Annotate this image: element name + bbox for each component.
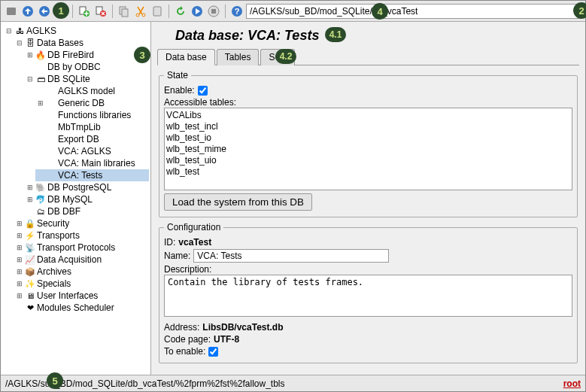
tree-db-mysql[interactable]: ⊞🐬DB MySQL [25, 193, 149, 205]
nav-tree: ⊟🖧AGLKS ⊟🗄Data Bases ⊞🔥DB FireBird DB by… [1, 22, 151, 375]
expand-icon[interactable]: ⊞ [26, 49, 34, 61]
tree-sqlite-child[interactable]: VCA: Tests [35, 169, 149, 181]
tree-sqlite-child[interactable]: Export DB [35, 133, 149, 145]
expand-icon[interactable]: ⊞ [37, 97, 44, 109]
table-row[interactable]: wlb_test_io [166, 132, 570, 144]
address-input[interactable] [246, 4, 582, 19]
refresh-icon[interactable] [173, 4, 188, 19]
table-row[interactable]: wlb_test_incl [166, 121, 570, 132]
svg-rect-12 [153, 7, 161, 16]
tree-db-sqlite[interactable]: ⊟🗃DB SQLite [25, 73, 149, 85]
toenable-checkbox[interactable] [208, 347, 218, 357]
stop-icon[interactable] [206, 4, 221, 19]
expand-icon[interactable]: ⊞ [16, 242, 23, 254]
expand-icon[interactable]: ⊞ [16, 266, 23, 278]
expand-icon[interactable]: ⊞ [16, 217, 23, 229]
name-input[interactable] [193, 249, 389, 263]
blank-icon [46, 158, 56, 169]
table-row[interactable]: wlb_test_mime [166, 144, 570, 155]
daq-icon: 📈 [25, 254, 35, 265]
tree-specials[interactable]: ⊞✨Specials [14, 278, 149, 290]
back-icon[interactable] [37, 4, 52, 19]
collapse-icon[interactable]: ⊟ [16, 37, 23, 49]
tree-label: VCA: Main libraries [58, 157, 135, 169]
expand-icon[interactable]: ⊞ [16, 278, 23, 290]
tree-db-firebird[interactable]: ⊞🔥DB FireBird [25, 49, 149, 61]
tree-label: Data Bases [37, 37, 83, 49]
description-textarea[interactable]: Contain the library of tests frames. [164, 275, 572, 317]
tree-label: Generic DB [58, 97, 105, 109]
tree-label: AGLKS [26, 25, 56, 37]
tree-user-interfaces[interactable]: ⊞🖥User Interfaces [14, 290, 149, 302]
expand-icon[interactable]: ⊞ [16, 229, 23, 242]
blank-icon [46, 134, 56, 144]
tree-sqlite-child[interactable]: AGLKS model [35, 85, 149, 97]
tree-label: Security [37, 217, 69, 229]
tree-sqlite-child[interactable]: ⊞Generic DB [35, 97, 149, 109]
status-user[interactable]: root [563, 378, 581, 389]
tree-sqlite-child[interactable]: MbTmpLib [35, 121, 149, 133]
tab-tables[interactable]: Tables [217, 49, 260, 65]
collapse-icon[interactable]: ⊟ [26, 73, 34, 85]
add-icon[interactable] [77, 4, 92, 19]
tree-databases[interactable]: ⊟🗄Data Bases [14, 37, 149, 49]
content-panel: Data base: VCA: Tests Data base Tables S… [151, 22, 585, 375]
tree-label: MbTmpLib [58, 121, 101, 133]
forward-icon[interactable] [53, 4, 68, 19]
cut-icon[interactable] [133, 4, 148, 19]
expand-icon[interactable]: ⊞ [26, 193, 34, 205]
svg-point-10 [136, 14, 139, 17]
tree-label: Archives [37, 266, 71, 278]
main-area: ⊟🖧AGLKS ⊟🗄Data Bases ⊞🔥DB FireBird DB by… [1, 22, 585, 375]
load-system-button[interactable]: Load the system from this DB [164, 193, 312, 211]
tree-sqlite-child[interactable]: Functions libraries [35, 109, 149, 121]
blank-icon [35, 62, 46, 72]
expand-icon[interactable]: ⊞ [16, 254, 23, 266]
expand-icon[interactable]: ⊞ [26, 181, 34, 193]
tab-database[interactable]: Data base [157, 49, 215, 65]
table-row[interactable]: wlb_test_uio [166, 155, 570, 166]
table-row[interactable]: VCALibs [166, 110, 570, 121]
station-icon: 🖧 [14, 26, 25, 36]
tree-db-odbc[interactable]: DB by ODBC [25, 61, 149, 73]
tree-db-postgresql[interactable]: ⊞🐘DB PostgreSQL [25, 181, 149, 193]
postgresql-icon: 🐘 [35, 182, 46, 193]
tree-transports[interactable]: ⊞⚡Transports [14, 229, 149, 242]
tree-label: DB by ODBC [47, 61, 101, 73]
expand-icon[interactable]: ⊞ [16, 290, 23, 302]
tab-bar: Data base Tables SQL [157, 48, 579, 65]
scheduler-icon: ❤ [25, 302, 35, 313]
tree-transport-protocols[interactable]: ⊞📡Transport Protocols [14, 242, 149, 254]
tree-security[interactable]: ⊞🔒Security [14, 217, 149, 229]
help-icon[interactable]: ? [229, 4, 244, 19]
tree-label: DB PostgreSQL [47, 181, 111, 193]
station-icon[interactable] [4, 4, 19, 19]
tables-listbox[interactable]: VCALibswlb_test_inclwlb_test_iowlb_test_… [164, 108, 572, 190]
id-value: vcaTest [178, 237, 211, 248]
tree-label: Functions libraries [58, 109, 131, 121]
config-fieldset: Configuration ID: vcaTest Name: Descript… [159, 222, 578, 363]
run-icon[interactable] [190, 4, 205, 19]
tree-archives[interactable]: ⊞📦Archives [14, 266, 149, 278]
up-icon[interactable] [20, 4, 35, 19]
enable-checkbox[interactable] [198, 86, 208, 96]
tree-modules-scheduler[interactable]: ❤Modules Scheduler [14, 302, 149, 314]
address-value: LibsDB/vcaTest.db [202, 322, 283, 333]
tree-data-acquisition[interactable]: ⊞📈Data Acquisition [14, 254, 149, 266]
tree-sqlite-child[interactable]: VCA: Main libraries [35, 157, 149, 169]
delete-icon[interactable] [93, 4, 108, 19]
tab-sql[interactable]: SQL [260, 49, 295, 65]
tree-db-dbf[interactable]: 🗂DB DBF [25, 205, 149, 217]
address-label: Address: [164, 322, 199, 333]
tree-root[interactable]: ⊟🖧AGLKS [4, 25, 149, 37]
copy-icon[interactable] [117, 4, 132, 19]
tree-label: User Interfaces [37, 290, 98, 302]
collapse-icon[interactable]: ⊟ [5, 25, 13, 37]
tree-sqlite-child[interactable]: VCA: AGLKS [35, 145, 149, 157]
blank-icon [46, 98, 56, 108]
tree-label: Transports [37, 229, 80, 242]
table-row[interactable]: wlb_test [166, 166, 570, 178]
mysql-icon: 🐬 [35, 194, 46, 205]
tree-label: AGLKS model [58, 85, 115, 97]
paste-icon[interactable] [150, 4, 165, 19]
